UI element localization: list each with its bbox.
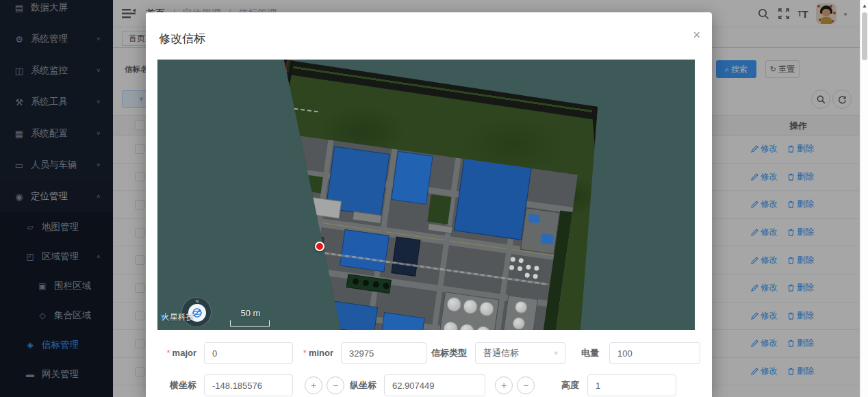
- map-building-blue: [281, 307, 319, 330]
- coord-y-minus-button[interactable]: −: [517, 376, 535, 394]
- map-building-blue: [454, 155, 533, 240]
- form-row-1: *major *minor 信标类型 普通信标 ∨ 电量: [146, 342, 712, 364]
- map-industrial-zone: [264, 135, 578, 330]
- coord-y-label: 纵坐标: [341, 374, 376, 396]
- beacon-marker[interactable]: [315, 242, 324, 251]
- scroll-up-arrow[interactable]: ▲: [860, 3, 868, 9]
- coord-x-plus-button[interactable]: +: [305, 376, 322, 394]
- logo-text: 火星科技: [162, 311, 194, 323]
- close-icon[interactable]: ×: [693, 29, 700, 41]
- coord-x-input[interactable]: [204, 374, 293, 396]
- minor-label: *minor: [291, 342, 333, 364]
- beacon-type-select[interactable]: 普通信标 ∨: [475, 342, 565, 364]
- map-building-blue: [340, 229, 390, 272]
- map-powerline: [260, 104, 318, 112]
- major-label: *major: [153, 342, 196, 364]
- edit-beacon-modal: 修改信标 ×: [146, 12, 712, 397]
- map-land-parcel: [157, 60, 695, 330]
- coord-y-input[interactable]: [384, 374, 485, 396]
- map-building-blue: [391, 151, 433, 205]
- map-building-blue: [381, 312, 424, 330]
- scrollbar-thumb[interactable]: [862, 12, 867, 60]
- modal-title: 修改信标: [159, 31, 205, 47]
- form-row-2: 横坐标 + − 纵坐标 + − 高度: [146, 374, 712, 396]
- battery-label: 电量: [577, 342, 599, 364]
- battery-input[interactable]: [609, 342, 700, 364]
- map-road-top: [269, 60, 631, 125]
- beacon-type-label: 信标类型: [431, 342, 467, 364]
- height-input[interactable]: [587, 374, 676, 396]
- map-road-left: [220, 60, 295, 330]
- browser-scrollbar[interactable]: ▲: [860, 0, 868, 397]
- map-building-blue: [270, 274, 306, 301]
- map-road-right: [591, 101, 619, 330]
- beacon-map[interactable]: N 火星科技 50 m: [157, 60, 695, 330]
- minor-input[interactable]: [341, 342, 426, 364]
- map-building-navy: [391, 236, 420, 276]
- compass-north-label: N: [182, 299, 212, 303]
- scale-label: 50 m: [231, 308, 270, 318]
- major-input[interactable]: [204, 342, 293, 364]
- coord-y-plus-button[interactable]: +: [495, 376, 513, 394]
- coord-x-label: 横坐标: [161, 374, 196, 396]
- chevron-down-icon: ∨: [554, 345, 559, 361]
- height-label: 高度: [552, 374, 579, 396]
- scale-bar: [230, 320, 270, 326]
